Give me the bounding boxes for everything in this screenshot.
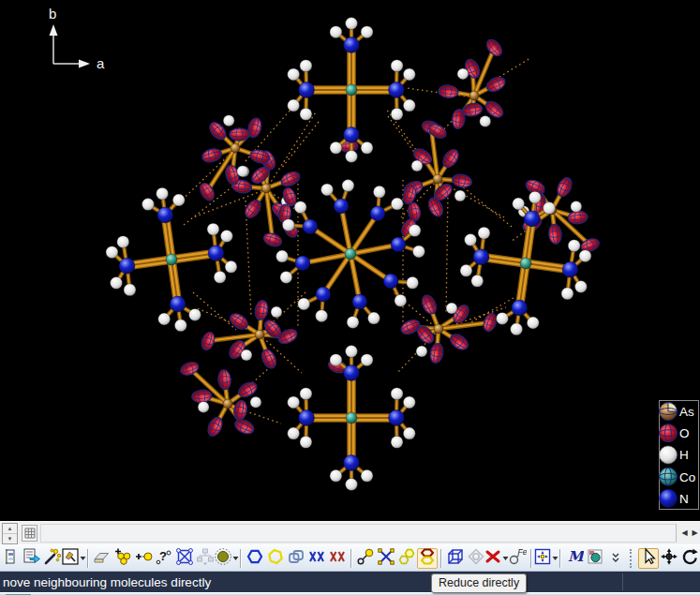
assign-element-fe-icon: Fe (508, 547, 527, 569)
grid-view-button[interactable] (22, 525, 37, 542)
expand-contacts-icon (377, 547, 395, 569)
dropdown-caret-icon[interactable] (80, 556, 86, 561)
edit-model-icon (22, 547, 41, 569)
model-partial-icon (6, 547, 17, 569)
select-mode-icon (639, 547, 658, 569)
delete-fragment-icon (484, 547, 502, 569)
toolbar-stack-rings-button[interactable] (286, 548, 306, 569)
axis-b-label: b (49, 6, 56, 22)
toolbar-separator (87, 549, 89, 568)
toolbar-auto-build-wand-button[interactable] (42, 548, 63, 569)
toolbar-symmetry-button[interactable] (466, 548, 486, 569)
legend-item-N: N (660, 489, 689, 507)
toolbar-edit-cell-box-button[interactable] (174, 548, 195, 569)
ring-blue-icon (246, 547, 264, 569)
scroll-right-button[interactable]: ▶ (691, 525, 699, 542)
toolbar-separator (440, 549, 442, 568)
spin-down-button[interactable]: ▼ (3, 533, 17, 543)
svg-text:M: M (568, 548, 584, 565)
axis-a-label: a (97, 55, 105, 71)
legend-label-N: N (679, 492, 689, 506)
symmetry-icon (467, 547, 485, 569)
legend-item-H: H (660, 446, 689, 464)
svg-text:?: ? (159, 549, 167, 563)
ring-yellow-icon (266, 547, 285, 569)
edit-cell-box-icon (175, 547, 194, 569)
dropdown-caret-icon[interactable] (552, 556, 559, 561)
toolbar-separator (530, 549, 532, 568)
grid-icon (24, 528, 36, 539)
toolbar-separator (240, 549, 242, 568)
toolbar-render-style-button[interactable] (585, 548, 605, 569)
toolbar-exclude-blue-button[interactable] (306, 548, 327, 569)
toolbar-model-m-button[interactable]: M (564, 548, 585, 569)
structure-viewport[interactable]: ba AsOHCoN (0, 0, 700, 521)
tooltip: Reduce directly (431, 573, 527, 593)
main-toolbar: ?FeM (0, 544, 700, 572)
legend-label-H: H (679, 448, 689, 462)
dock-empty-area (40, 524, 677, 543)
add-atom-icon (134, 547, 153, 569)
molecule-layer (106, 18, 601, 491)
element-legend: AsOHCoN (660, 401, 699, 510)
axis-indicator: ba (49, 6, 105, 71)
crystals-window: ba AsOHCoN ▲ ▼ ◀ ▶ ?FeM nove neighbourin… (0, 0, 700, 595)
spinner-control: ▲ ▼ (2, 523, 18, 544)
atom-style-icon (214, 547, 232, 569)
legend-item-Co: Co (660, 468, 696, 485)
toolbar-overflow-icon (610, 547, 621, 569)
erase-icon (93, 547, 112, 569)
svg-text:Fe: Fe (518, 547, 528, 557)
molecule-scene[interactable]: ba AsOHCoN (0, 0, 700, 521)
toolbar-select-mode-button[interactable] (638, 548, 659, 569)
toolbar-edit-model-button[interactable] (22, 548, 42, 569)
status-text: nove neighbouring molecules directly (0, 575, 211, 589)
legend-label-O: O (679, 426, 690, 440)
build-tools-icon (61, 547, 80, 569)
toolbar-exclude-red-button[interactable] (327, 548, 348, 569)
toolbar-toolbar-overflow-button[interactable] (605, 548, 626, 569)
scroll-left-button[interactable]: ◀ (680, 525, 689, 542)
toolbar-tree-view-button[interactable] (195, 548, 216, 569)
pack-grow-view-icon (533, 547, 552, 569)
pan-mode-icon (660, 547, 678, 569)
dock-row: ▲ ▼ ◀ ▶ (0, 521, 700, 544)
toolbar-erase-button[interactable] (92, 548, 112, 569)
toolbar-grow-rings-button[interactable] (396, 548, 417, 569)
render-style-icon (586, 547, 604, 569)
status-bar: nove neighbouring molecules directly (0, 572, 700, 592)
legend-label-Co: Co (679, 470, 695, 484)
toolbar-assign-element-fe-button[interactable]: Fe (507, 548, 528, 569)
tree-view-icon (196, 547, 215, 569)
toolbar-delete-fragment-button[interactable] (486, 548, 508, 569)
toolbar-pan-mode-button[interactable] (659, 548, 679, 569)
toolbar-atom-style-button[interactable] (216, 548, 237, 569)
toolbar-unit-cell-button[interactable] (445, 548, 466, 569)
legend-item-As: As (660, 403, 695, 421)
toolbar-grip (630, 549, 634, 568)
toolbar-pack-grow-view-button[interactable] (535, 548, 557, 569)
toolbar-add-atom-group-button[interactable] (112, 548, 133, 569)
unit-cell-icon (446, 547, 465, 569)
spin-up-button[interactable]: ▲ (3, 524, 17, 533)
toolbar-grow-bond-button[interactable] (355, 548, 376, 569)
rotate-mode-icon (680, 547, 699, 569)
exclude-red-icon (328, 547, 347, 569)
model-m-icon: M (565, 547, 584, 569)
toolbar-separator (559, 549, 561, 568)
toolbar-add-atom-button[interactable] (133, 548, 154, 569)
toolbar-ring-yellow-button[interactable] (265, 548, 286, 569)
grow-bond-icon (356, 547, 375, 569)
toolbar-rotate-mode-button[interactable] (679, 548, 700, 569)
legend-item-O: O (660, 424, 690, 442)
auto-build-wand-icon (43, 547, 62, 569)
toolbar-ring-blue-button[interactable] (245, 548, 265, 569)
legend-label-As: As (679, 405, 694, 419)
toolbar-query-atom-button[interactable]: ? (154, 548, 174, 569)
toolbar-expand-contacts-button[interactable] (376, 548, 396, 569)
status-divider (622, 573, 623, 590)
dropdown-caret-icon[interactable] (232, 556, 239, 561)
toolbar-model-partial-button[interactable] (1, 548, 22, 569)
toolbar-build-tools-button[interactable] (63, 548, 84, 569)
toolbar-reduce-directly-button[interactable] (417, 548, 438, 569)
